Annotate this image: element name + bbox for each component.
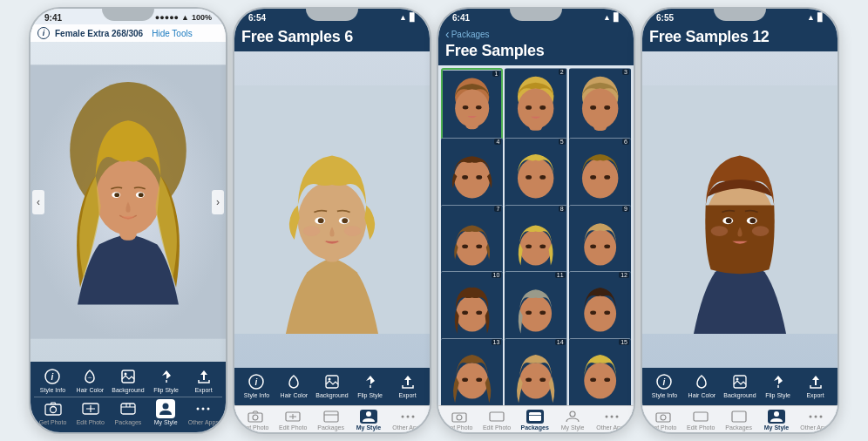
nav-got-photo-3[interactable]: Got Photo bbox=[445, 410, 473, 431]
nav-flip-4[interactable]: Flip Style bbox=[763, 372, 794, 398]
hair-grid-3: 1 2 bbox=[438, 65, 634, 405]
toolbar-flip-style[interactable]: Flip Style bbox=[151, 367, 182, 393]
nav-background-2[interactable]: Background bbox=[315, 372, 348, 398]
svg-point-76 bbox=[590, 176, 596, 180]
nav-flip-2[interactable]: Flip Style bbox=[355, 372, 386, 398]
hair-cell-13[interactable]: 13 bbox=[441, 338, 503, 405]
nav-packages-2[interactable]: Packages bbox=[317, 410, 345, 431]
nav-my-style-label-active-4: My Style bbox=[764, 424, 789, 431]
svg-point-59 bbox=[540, 105, 546, 110]
nav-get-photo-label-4: Get Photo bbox=[649, 424, 677, 431]
nav-packages-4[interactable]: Packages bbox=[725, 410, 753, 431]
nav-flip-icon-2 bbox=[361, 372, 380, 391]
nav-my-style-active-4[interactable]: My Style bbox=[763, 410, 790, 431]
toolbar-background[interactable]: Background bbox=[112, 367, 144, 393]
svg-point-88 bbox=[590, 244, 596, 248]
svg-point-29 bbox=[342, 218, 348, 223]
toolbar-edit-photo[interactable]: Edit Photo bbox=[75, 399, 106, 425]
nav-get-photo-icon-4 bbox=[654, 410, 672, 424]
cell-num-7: 7 bbox=[494, 206, 501, 212]
nav-edit-photo-2[interactable]: Edit Photo bbox=[279, 410, 307, 431]
page-title-4: Free Samples 12 bbox=[649, 28, 831, 46]
nav-my-style-3[interactable]: My Style bbox=[559, 410, 587, 431]
svg-point-64 bbox=[590, 105, 596, 110]
toolbar-my-style-active[interactable]: My Style bbox=[150, 399, 181, 425]
nav-export-4[interactable]: Export bbox=[800, 372, 831, 398]
hair-cell-14[interactable]: 14 bbox=[505, 338, 566, 405]
divider-1 bbox=[34, 397, 222, 397]
toolbar-packages[interactable]: Packages bbox=[112, 399, 144, 425]
toolbar-export[interactable]: Export bbox=[188, 367, 220, 393]
nav-edit-4[interactable]: Edit Photo bbox=[687, 410, 715, 431]
portrait-area-1: ‹ › bbox=[31, 42, 226, 362]
info-icon-1[interactable]: i bbox=[37, 27, 50, 39]
packages-label: Packages bbox=[115, 419, 142, 425]
toolbar-hair-color[interactable]: Hair Color bbox=[74, 367, 105, 393]
hide-tools-btn[interactable]: Hide Tools bbox=[152, 29, 193, 38]
hair-cell-2[interactable]: 2 bbox=[505, 68, 566, 141]
nav-my-style-2[interactable]: My Style bbox=[355, 410, 383, 431]
hair-cell-3[interactable]: 3 bbox=[569, 68, 631, 141]
nav-my-style-icon-2 bbox=[360, 410, 377, 424]
nav-other-label-3: Other Apps bbox=[596, 424, 627, 431]
hair-cell-15[interactable]: 15 bbox=[569, 338, 631, 405]
nav-get-photo-4[interactable]: Get Photo bbox=[649, 410, 677, 431]
svg-point-35 bbox=[328, 378, 330, 381]
nav-hair-color-label-4: Hair Color bbox=[688, 392, 716, 398]
svg-point-68 bbox=[462, 175, 468, 180]
hair-cell-8[interactable]: 8 bbox=[505, 205, 566, 278]
svg-point-58 bbox=[526, 105, 532, 110]
nav-background-4[interactable]: Background bbox=[723, 372, 756, 398]
svg-point-143 bbox=[814, 416, 817, 418]
page-title-2: Free Samples 6 bbox=[241, 28, 423, 46]
svg-point-121 bbox=[610, 416, 613, 418]
nav-edit-icon-4 bbox=[692, 410, 709, 424]
svg-point-99 bbox=[584, 295, 616, 331]
export-label: Export bbox=[194, 387, 212, 393]
my-style-label-active: My Style bbox=[154, 419, 178, 425]
right-arrow-1[interactable]: › bbox=[212, 190, 224, 214]
nav-packages-label-2: Packages bbox=[317, 424, 344, 431]
nav-style-info-4[interactable]: i Style Info bbox=[648, 372, 680, 398]
cell-num-9: 9 bbox=[622, 206, 629, 212]
svg-point-7 bbox=[139, 193, 144, 197]
nav-export-2[interactable]: Export bbox=[392, 372, 424, 398]
nav-packages-active-3[interactable]: Packages bbox=[520, 410, 548, 431]
toolbar-style-info[interactable]: i Style Info bbox=[37, 367, 68, 393]
back-nav-3[interactable]: ‹ Packages bbox=[445, 27, 627, 41]
toolbar-other-apps[interactable]: Other Apps bbox=[187, 399, 219, 425]
cell-num-11: 11 bbox=[555, 272, 566, 278]
nav-hair-color-4[interactable]: Hair Color bbox=[686, 372, 717, 398]
hair-cell-6[interactable]: 6 bbox=[569, 138, 631, 211]
svg-rect-134 bbox=[734, 376, 746, 388]
svg-point-3 bbox=[96, 159, 161, 234]
nav-top-row-2: i Style Info Hair Color B bbox=[238, 372, 426, 398]
nav-other-4[interactable]: Other Apps bbox=[800, 410, 831, 431]
svg-point-104 bbox=[462, 377, 468, 382]
hair-cell-10[interactable]: 10 bbox=[441, 271, 503, 344]
toolbar-bottom-row-1: Get Photo Edit Photo Packages bbox=[34, 399, 222, 425]
nav-style-info-2[interactable]: i Style Info bbox=[241, 372, 272, 398]
svg-point-138 bbox=[661, 415, 666, 420]
hair-cell-4[interactable]: 4 bbox=[441, 138, 503, 211]
nav-hair-color-2[interactable]: Hair Color bbox=[278, 372, 309, 398]
hair-cell-5[interactable]: 5 bbox=[505, 138, 566, 211]
hair-cell-11[interactable]: 11 bbox=[505, 271, 566, 344]
hair-cell-7[interactable]: 7 bbox=[441, 205, 503, 278]
nav-get-photo-icon-2 bbox=[247, 410, 264, 424]
cell-num-15: 15 bbox=[619, 339, 629, 345]
cell-num-4: 4 bbox=[494, 139, 501, 145]
left-arrow-1[interactable]: ‹ bbox=[32, 190, 44, 214]
hair-cell-12[interactable]: 12 bbox=[569, 271, 631, 344]
svg-point-83 bbox=[520, 229, 553, 265]
nav-other-3[interactable]: Other Apps bbox=[596, 410, 627, 431]
svg-point-45 bbox=[401, 416, 403, 418]
hair-cell-9[interactable]: 9 bbox=[569, 205, 631, 278]
other-apps-label: Other Apps bbox=[188, 419, 219, 425]
toolbar-get-photo[interactable]: Get Photo bbox=[37, 399, 69, 425]
svg-point-22 bbox=[207, 408, 210, 410]
hair-cell-1[interactable]: 1 bbox=[441, 68, 503, 141]
nav-other-apps-2[interactable]: Other Apps bbox=[392, 410, 423, 431]
nav-edit-3[interactable]: Edit Photo bbox=[483, 410, 511, 431]
nav-get-photo-2[interactable]: Get Photo bbox=[241, 410, 269, 431]
